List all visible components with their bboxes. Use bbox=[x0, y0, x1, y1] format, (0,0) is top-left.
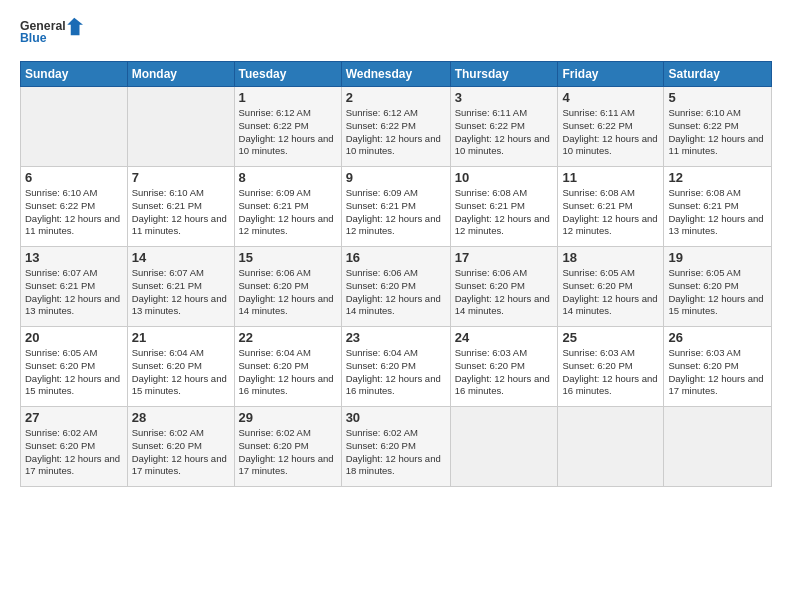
day-number: 20 bbox=[25, 330, 123, 345]
page-header: General Blue bbox=[20, 16, 772, 51]
day-number: 11 bbox=[562, 170, 659, 185]
calendar-week-2: 6Sunrise: 6:10 AM Sunset: 6:22 PM Daylig… bbox=[21, 167, 772, 247]
calendar-week-1: 1Sunrise: 6:12 AM Sunset: 6:22 PM Daylig… bbox=[21, 87, 772, 167]
calendar-cell bbox=[450, 407, 558, 487]
day-number: 10 bbox=[455, 170, 554, 185]
day-number: 24 bbox=[455, 330, 554, 345]
day-number: 25 bbox=[562, 330, 659, 345]
calendar-cell: 23Sunrise: 6:04 AM Sunset: 6:20 PM Dayli… bbox=[341, 327, 450, 407]
day-header-tuesday: Tuesday bbox=[234, 62, 341, 87]
day-number: 28 bbox=[132, 410, 230, 425]
calendar-cell: 29Sunrise: 6:02 AM Sunset: 6:20 PM Dayli… bbox=[234, 407, 341, 487]
calendar-cell: 4Sunrise: 6:11 AM Sunset: 6:22 PM Daylig… bbox=[558, 87, 664, 167]
svg-marker-2 bbox=[67, 18, 83, 36]
day-info: Sunrise: 6:05 AM Sunset: 6:20 PM Dayligh… bbox=[25, 347, 123, 398]
day-info: Sunrise: 6:03 AM Sunset: 6:20 PM Dayligh… bbox=[455, 347, 554, 398]
calendar-cell: 19Sunrise: 6:05 AM Sunset: 6:20 PM Dayli… bbox=[664, 247, 772, 327]
calendar-cell: 6Sunrise: 6:10 AM Sunset: 6:22 PM Daylig… bbox=[21, 167, 128, 247]
logo-icon: General Blue bbox=[20, 16, 90, 51]
calendar-cell: 21Sunrise: 6:04 AM Sunset: 6:20 PM Dayli… bbox=[127, 327, 234, 407]
logo: General Blue bbox=[20, 16, 90, 51]
calendar-cell bbox=[21, 87, 128, 167]
calendar-cell: 13Sunrise: 6:07 AM Sunset: 6:21 PM Dayli… bbox=[21, 247, 128, 327]
calendar-cell: 26Sunrise: 6:03 AM Sunset: 6:20 PM Dayli… bbox=[664, 327, 772, 407]
day-info: Sunrise: 6:02 AM Sunset: 6:20 PM Dayligh… bbox=[239, 427, 337, 478]
day-info: Sunrise: 6:07 AM Sunset: 6:21 PM Dayligh… bbox=[132, 267, 230, 318]
day-number: 27 bbox=[25, 410, 123, 425]
calendar-cell: 10Sunrise: 6:08 AM Sunset: 6:21 PM Dayli… bbox=[450, 167, 558, 247]
day-number: 26 bbox=[668, 330, 767, 345]
day-header-wednesday: Wednesday bbox=[341, 62, 450, 87]
day-info: Sunrise: 6:07 AM Sunset: 6:21 PM Dayligh… bbox=[25, 267, 123, 318]
day-number: 29 bbox=[239, 410, 337, 425]
day-number: 1 bbox=[239, 90, 337, 105]
calendar-week-4: 20Sunrise: 6:05 AM Sunset: 6:20 PM Dayli… bbox=[21, 327, 772, 407]
day-number: 21 bbox=[132, 330, 230, 345]
calendar-cell: 27Sunrise: 6:02 AM Sunset: 6:20 PM Dayli… bbox=[21, 407, 128, 487]
calendar-week-3: 13Sunrise: 6:07 AM Sunset: 6:21 PM Dayli… bbox=[21, 247, 772, 327]
day-number: 13 bbox=[25, 250, 123, 265]
day-number: 3 bbox=[455, 90, 554, 105]
calendar-cell: 7Sunrise: 6:10 AM Sunset: 6:21 PM Daylig… bbox=[127, 167, 234, 247]
day-number: 6 bbox=[25, 170, 123, 185]
day-number: 5 bbox=[668, 90, 767, 105]
calendar-cell: 24Sunrise: 6:03 AM Sunset: 6:20 PM Dayli… bbox=[450, 327, 558, 407]
calendar-cell: 14Sunrise: 6:07 AM Sunset: 6:21 PM Dayli… bbox=[127, 247, 234, 327]
calendar-cell: 20Sunrise: 6:05 AM Sunset: 6:20 PM Dayli… bbox=[21, 327, 128, 407]
day-header-friday: Friday bbox=[558, 62, 664, 87]
day-info: Sunrise: 6:10 AM Sunset: 6:21 PM Dayligh… bbox=[132, 187, 230, 238]
calendar-cell: 18Sunrise: 6:05 AM Sunset: 6:20 PM Dayli… bbox=[558, 247, 664, 327]
day-info: Sunrise: 6:10 AM Sunset: 6:22 PM Dayligh… bbox=[25, 187, 123, 238]
day-number: 23 bbox=[346, 330, 446, 345]
day-number: 19 bbox=[668, 250, 767, 265]
day-number: 2 bbox=[346, 90, 446, 105]
day-info: Sunrise: 6:05 AM Sunset: 6:20 PM Dayligh… bbox=[562, 267, 659, 318]
day-info: Sunrise: 6:08 AM Sunset: 6:21 PM Dayligh… bbox=[562, 187, 659, 238]
day-info: Sunrise: 6:11 AM Sunset: 6:22 PM Dayligh… bbox=[455, 107, 554, 158]
day-info: Sunrise: 6:02 AM Sunset: 6:20 PM Dayligh… bbox=[25, 427, 123, 478]
calendar-cell: 28Sunrise: 6:02 AM Sunset: 6:20 PM Dayli… bbox=[127, 407, 234, 487]
day-info: Sunrise: 6:03 AM Sunset: 6:20 PM Dayligh… bbox=[668, 347, 767, 398]
day-info: Sunrise: 6:08 AM Sunset: 6:21 PM Dayligh… bbox=[668, 187, 767, 238]
calendar-cell: 2Sunrise: 6:12 AM Sunset: 6:22 PM Daylig… bbox=[341, 87, 450, 167]
day-info: Sunrise: 6:04 AM Sunset: 6:20 PM Dayligh… bbox=[239, 347, 337, 398]
day-info: Sunrise: 6:02 AM Sunset: 6:20 PM Dayligh… bbox=[132, 427, 230, 478]
day-number: 4 bbox=[562, 90, 659, 105]
day-number: 9 bbox=[346, 170, 446, 185]
day-number: 18 bbox=[562, 250, 659, 265]
day-header-sunday: Sunday bbox=[21, 62, 128, 87]
calendar-cell: 15Sunrise: 6:06 AM Sunset: 6:20 PM Dayli… bbox=[234, 247, 341, 327]
calendar-cell: 9Sunrise: 6:09 AM Sunset: 6:21 PM Daylig… bbox=[341, 167, 450, 247]
svg-text:Blue: Blue bbox=[20, 31, 47, 45]
day-info: Sunrise: 6:04 AM Sunset: 6:20 PM Dayligh… bbox=[346, 347, 446, 398]
day-info: Sunrise: 6:09 AM Sunset: 6:21 PM Dayligh… bbox=[239, 187, 337, 238]
day-header-saturday: Saturday bbox=[664, 62, 772, 87]
calendar-cell: 22Sunrise: 6:04 AM Sunset: 6:20 PM Dayli… bbox=[234, 327, 341, 407]
day-info: Sunrise: 6:12 AM Sunset: 6:22 PM Dayligh… bbox=[346, 107, 446, 158]
calendar-cell: 25Sunrise: 6:03 AM Sunset: 6:20 PM Dayli… bbox=[558, 327, 664, 407]
calendar-cell: 1Sunrise: 6:12 AM Sunset: 6:22 PM Daylig… bbox=[234, 87, 341, 167]
day-info: Sunrise: 6:02 AM Sunset: 6:20 PM Dayligh… bbox=[346, 427, 446, 478]
calendar-header-row: SundayMondayTuesdayWednesdayThursdayFrid… bbox=[21, 62, 772, 87]
day-info: Sunrise: 6:06 AM Sunset: 6:20 PM Dayligh… bbox=[239, 267, 337, 318]
day-info: Sunrise: 6:10 AM Sunset: 6:22 PM Dayligh… bbox=[668, 107, 767, 158]
day-info: Sunrise: 6:11 AM Sunset: 6:22 PM Dayligh… bbox=[562, 107, 659, 158]
calendar-cell: 11Sunrise: 6:08 AM Sunset: 6:21 PM Dayli… bbox=[558, 167, 664, 247]
day-number: 30 bbox=[346, 410, 446, 425]
day-info: Sunrise: 6:09 AM Sunset: 6:21 PM Dayligh… bbox=[346, 187, 446, 238]
calendar-table: SundayMondayTuesdayWednesdayThursdayFrid… bbox=[20, 61, 772, 487]
calendar-cell: 3Sunrise: 6:11 AM Sunset: 6:22 PM Daylig… bbox=[450, 87, 558, 167]
calendar-cell: 16Sunrise: 6:06 AM Sunset: 6:20 PM Dayli… bbox=[341, 247, 450, 327]
calendar-cell bbox=[558, 407, 664, 487]
calendar-cell: 17Sunrise: 6:06 AM Sunset: 6:20 PM Dayli… bbox=[450, 247, 558, 327]
calendar-cell: 5Sunrise: 6:10 AM Sunset: 6:22 PM Daylig… bbox=[664, 87, 772, 167]
day-number: 16 bbox=[346, 250, 446, 265]
calendar-cell: 8Sunrise: 6:09 AM Sunset: 6:21 PM Daylig… bbox=[234, 167, 341, 247]
day-info: Sunrise: 6:04 AM Sunset: 6:20 PM Dayligh… bbox=[132, 347, 230, 398]
day-info: Sunrise: 6:08 AM Sunset: 6:21 PM Dayligh… bbox=[455, 187, 554, 238]
day-number: 8 bbox=[239, 170, 337, 185]
calendar-cell: 30Sunrise: 6:02 AM Sunset: 6:20 PM Dayli… bbox=[341, 407, 450, 487]
day-number: 15 bbox=[239, 250, 337, 265]
calendar-cell: 12Sunrise: 6:08 AM Sunset: 6:21 PM Dayli… bbox=[664, 167, 772, 247]
day-info: Sunrise: 6:12 AM Sunset: 6:22 PM Dayligh… bbox=[239, 107, 337, 158]
